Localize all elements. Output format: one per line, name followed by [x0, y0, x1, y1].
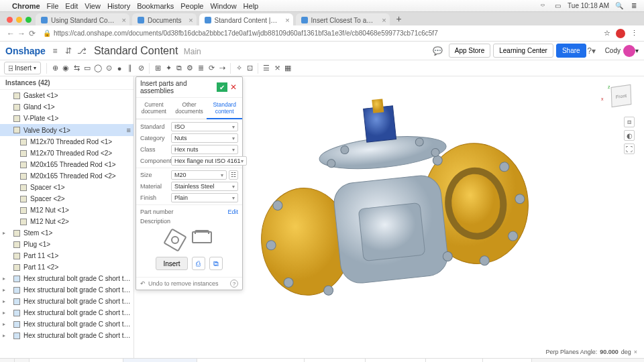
view-cube[interactable]: xz Front [606, 82, 636, 111]
finish-select[interactable]: Plain▾ [171, 193, 238, 202]
minimize-window-icon[interactable] [16, 17, 22, 23]
tab-menu-button[interactable]: ⋯ [0, 359, 15, 362]
onshape-logo[interactable]: Onshape [5, 46, 46, 56]
instance-item[interactable]: Valve Body <1>≡ [0, 124, 133, 136]
browser-tab-active[interactable]: Standard Content | Valve As…× [199, 13, 293, 25]
siri-icon[interactable]: ≣ [629, 2, 639, 10]
branch-icon[interactable]: ⎇ [76, 46, 87, 56]
parallel-mate-icon[interactable]: ∥ [125, 63, 136, 74]
document-tab[interactable]: Valve Assy (Complete) [30, 359, 123, 362]
document-tab[interactable]: Drawing 1 [426, 359, 483, 362]
close-tab-icon[interactable]: × [285, 16, 289, 24]
browser-tab[interactable]: Insert Closest To and Furthes…× [296, 13, 390, 25]
document-tab[interactable]: Valve Body [366, 359, 426, 362]
browser-tab[interactable]: Documents× [132, 13, 197, 25]
insert-part-button[interactable]: Insert [156, 257, 187, 270]
close-window-icon[interactable] [7, 17, 13, 23]
size-select[interactable]: M20▾ [171, 170, 227, 180]
relation-icon[interactable]: ⧉ [174, 63, 184, 74]
snap-icon[interactable]: ✧ [233, 63, 244, 74]
instance-item[interactable]: ▸Hex structural bolt grade C short t… [0, 307, 133, 318]
gear-relation-icon[interactable]: ⚙ [184, 63, 195, 74]
document-tab[interactable]: Imports [483, 359, 532, 362]
standard-select[interactable]: ISO▾ [171, 122, 238, 131]
tab-other-documents[interactable]: Other documents [172, 98, 207, 119]
document-tab[interactable]: BOM_Standard Content-… [197, 359, 305, 362]
mac-menu-help[interactable]: Help [244, 2, 259, 10]
fasten-mate-icon[interactable]: ⊕ [50, 63, 60, 74]
hide-show-icon[interactable]: ◐ [624, 130, 635, 141]
share-button[interactable]: Share [556, 44, 586, 58]
expand-chevron-icon[interactable]: ▸ [3, 310, 5, 316]
instance-item[interactable]: ▸Hex structural bolt grade C short t… [0, 330, 133, 341]
mac-menu-bookmarks[interactable]: Bookmarks [137, 2, 174, 10]
pin-mate-icon[interactable]: ⊙ [103, 63, 114, 74]
instance-item[interactable]: M12x70 Threaded Rod <1> [0, 136, 133, 147]
component-select[interactable]: Hex flange nut ISO 4161▾ [171, 156, 247, 166]
view-cube-face[interactable]: Front [611, 84, 632, 107]
instance-item[interactable]: M12x70 Threaded Rod <2> [0, 147, 133, 159]
new-tab-button[interactable]: + [392, 13, 406, 25]
insert-button[interactable]: ⍈Insert▾ [4, 62, 41, 74]
instance-item[interactable]: Plug <1> [0, 239, 133, 250]
revolute-mate-icon[interactable]: ◉ [60, 63, 71, 74]
planar-mate-icon[interactable]: ▭ [82, 63, 93, 74]
reload-button[interactable]: ⟳ [27, 29, 38, 38]
instance-item[interactable]: Spacer <1> [0, 182, 133, 193]
cylindrical-mate-icon[interactable]: ◯ [93, 63, 103, 74]
user-menu[interactable]: Cody ▾ [605, 45, 639, 57]
named-positions-icon[interactable]: ☰ [261, 63, 272, 74]
instance-item[interactable]: ▸Hex structural bolt grade C short t… [0, 296, 133, 307]
document-tab[interactable]: Valve Assembly [123, 359, 197, 362]
zoom-window-icon[interactable] [25, 17, 32, 23]
undo-icon[interactable]: ↶ [140, 280, 146, 287]
battery-icon[interactable]: ▭ [553, 2, 562, 10]
browser-tab[interactable]: Using Standard Content in O…× [36, 13, 129, 25]
instance-menu-icon[interactable]: ≡ [127, 126, 131, 134]
app-store-button[interactable]: App Store [449, 44, 490, 58]
tree-icon[interactable]: ⇵ [63, 46, 74, 56]
mac-menu-window[interactable]: Window [210, 2, 236, 10]
instance-item[interactable]: Gasket <1> [0, 90, 133, 101]
material-select[interactable]: Stainless Steel▾ [171, 182, 238, 191]
instance-item[interactable]: Gland <1> [0, 101, 133, 113]
expand-chevron-icon[interactable]: ▸ [3, 230, 5, 236]
wifi-icon[interactable]: ⌔ [538, 2, 547, 10]
mac-menu-edit[interactable]: Edit [65, 2, 78, 10]
close-tab-icon[interactable]: × [382, 16, 386, 24]
insert-resolved-icon[interactable]: ⎙ [192, 257, 205, 270]
chrome-menu-icon[interactable]: ⋮ [629, 29, 639, 38]
help-icon[interactable]: ?▾ [586, 46, 597, 56]
mac-menu-file[interactable]: File [47, 2, 59, 10]
spotlight-icon[interactable]: 🔍 [614, 2, 624, 10]
tab-current-document[interactable]: Current document [136, 98, 172, 119]
instance-item[interactable]: M12 Nut <1> [0, 204, 133, 216]
screw-relation-icon[interactable]: ⟳ [206, 63, 217, 74]
group-icon[interactable]: ⊞ [152, 63, 163, 74]
confirm-button[interactable]: ✔ [217, 82, 227, 92]
back-button[interactable]: ← [5, 29, 16, 38]
rack-relation-icon[interactable]: ≣ [195, 63, 206, 74]
class-select[interactable]: Hex nuts▾ [171, 145, 238, 154]
help-icon[interactable]: ? [230, 280, 238, 288]
section-view-icon[interactable]: ⧈ [624, 117, 635, 127]
star-bookmark-icon[interactable]: ☆ [602, 29, 612, 38]
insert-lightweight-icon[interactable]: ⧉ [209, 257, 223, 270]
doc-menu-icon[interactable]: ≡ [50, 46, 60, 56]
mac-menu-view[interactable]: View [85, 2, 101, 10]
document-tab[interactable]: Valve Parts [305, 359, 365, 362]
instance-item[interactable]: M12 Nut <2> [0, 216, 133, 227]
add-tab-button[interactable]: + [15, 359, 30, 362]
edit-link[interactable]: Edit [227, 208, 238, 215]
zoom-fit-icon[interactable]: ⛶ [624, 143, 635, 154]
replicate-icon[interactable]: ⊡ [244, 63, 255, 74]
mac-menu-history[interactable]: History [107, 2, 130, 10]
instance-item[interactable]: ▸Hex structural bolt grade C short t… [0, 273, 133, 284]
expand-chevron-icon[interactable]: ▸ [3, 333, 5, 339]
exploded-view-icon[interactable]: ⤧ [272, 63, 282, 74]
mac-app-name[interactable]: Chrome [12, 2, 40, 10]
expand-chevron-icon[interactable]: ▸ [3, 298, 5, 304]
instance-item[interactable]: Part 11 <2> [0, 261, 133, 273]
expand-chevron-icon[interactable]: ▸ [3, 321, 5, 327]
slider-mate-icon[interactable]: ⇆ [71, 63, 82, 74]
